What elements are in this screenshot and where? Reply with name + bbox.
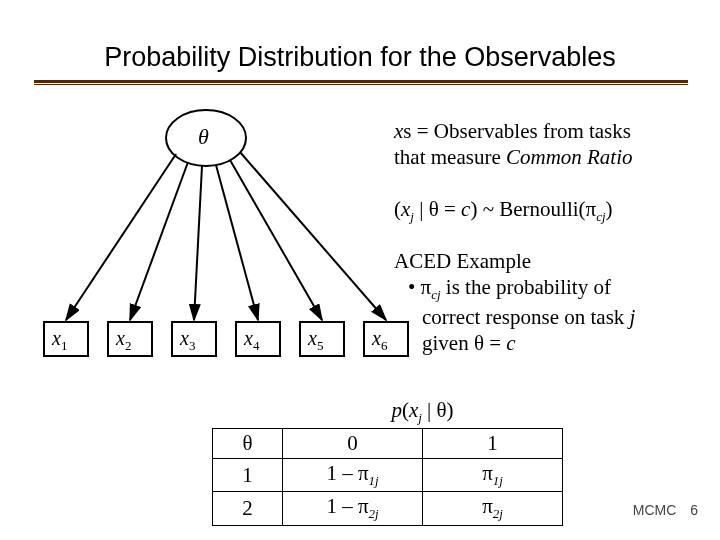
bernoulli-formula: (xj | θ = c) ~ Bernoulli(πcj) <box>394 196 698 225</box>
footer-page-number: 6 <box>690 502 698 518</box>
footer-label: MCMC <box>633 502 677 518</box>
slide-footer: MCMC 6 <box>633 502 698 518</box>
slide-title: Probability Distribution for the Observa… <box>0 42 720 73</box>
table-cell-2-0: 1 – π2j <box>283 492 423 525</box>
table-row: 1 1 – π1j π1j <box>213 459 563 492</box>
edge-5 <box>230 160 322 320</box>
table-cell-1-1: π1j <box>423 459 563 492</box>
theta-label: θ <box>198 124 209 150</box>
obs-label-2: x2 <box>116 327 131 354</box>
title-underline <box>34 80 688 83</box>
table-theta-1: 1 <box>213 459 283 492</box>
table-col-1-header: 1 <box>423 429 563 459</box>
diagram-svg <box>38 90 422 370</box>
edge-3 <box>194 166 202 320</box>
table-theta-header: θ <box>213 429 283 459</box>
edge-6 <box>240 152 386 320</box>
obs-label-5: x5 <box>308 327 323 354</box>
edge-4 <box>216 165 258 320</box>
table-theta-2: 2 <box>213 492 283 525</box>
table-corner-blank <box>213 396 283 429</box>
edge-2 <box>130 162 188 320</box>
graphical-model-diagram: θ x1 x2 x3 x4 x5 x6 <box>38 90 422 370</box>
obs-label-6: x6 <box>372 327 387 354</box>
table-row: 2 1 – π2j π2j <box>213 492 563 525</box>
aced-example-text: ACED Example • πcj is the probability of… <box>394 248 698 356</box>
observables-description: xs = Observables from tasks that measure… <box>394 118 698 171</box>
obs-label-1: x1 <box>52 327 67 354</box>
obs-label-3: x3 <box>180 327 195 354</box>
table-header-span: p(xj | θ) <box>283 396 563 429</box>
table-cell-1-0: 1 – π1j <box>283 459 423 492</box>
table-col-0-header: 0 <box>283 429 423 459</box>
title-underline-thin <box>34 84 688 85</box>
table-cell-2-1: π2j <box>423 492 563 525</box>
probability-table: p(xj | θ) θ 0 1 1 1 – π1j π1j 2 1 – π2j … <box>212 396 563 526</box>
obs-label-4: x4 <box>244 327 259 354</box>
